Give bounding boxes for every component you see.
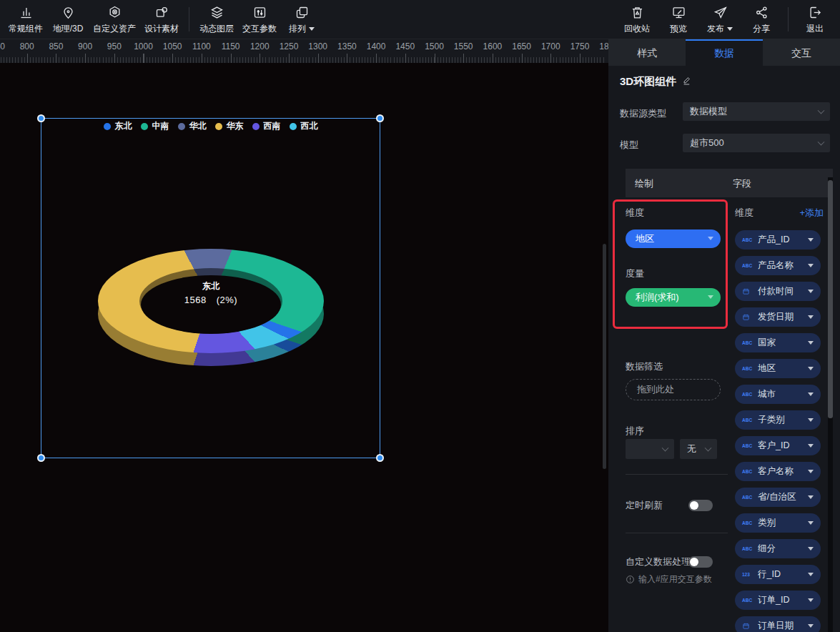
ruler-tick-label: 1250 bbox=[280, 41, 299, 51]
field-pill[interactable]: ABC产品名称 bbox=[735, 256, 821, 275]
design-canvas[interactable]: 东北中南华北华东西南西北 东北 1568 (2%) bbox=[0, 63, 608, 632]
toolbar-button-map-pin[interactable]: 地理/3D bbox=[47, 0, 89, 39]
datasource-type-select[interactable]: 数据模型 bbox=[683, 102, 830, 121]
legend-item[interactable]: 东北 bbox=[104, 120, 132, 132]
ruler-tick-label: 800 bbox=[20, 41, 34, 51]
column-header-bar: 绘制 字段 bbox=[626, 169, 833, 197]
share-icon bbox=[754, 4, 769, 21]
field-pill[interactable]: 123行_ID bbox=[735, 565, 821, 584]
field-name: 订单_ID bbox=[758, 594, 808, 606]
field-name: 地区 bbox=[758, 362, 808, 375]
toolbar-button-exit[interactable]: 退出 bbox=[794, 0, 836, 39]
custom-data-toggle[interactable] bbox=[688, 556, 713, 568]
calendar-icon bbox=[742, 287, 756, 295]
ruler-tick-label: 1650 bbox=[512, 41, 531, 51]
tab-draw[interactable]: 绘制 bbox=[635, 177, 653, 190]
legend-item[interactable]: 华东 bbox=[215, 120, 244, 132]
legend-label: 西北 bbox=[301, 120, 318, 132]
chevron-down-icon bbox=[808, 495, 814, 499]
field-pill[interactable]: ABC类别 bbox=[735, 513, 821, 533]
field-name: 城市 bbox=[758, 388, 808, 400]
sort-label: 排序 bbox=[626, 425, 644, 438]
tab-fields[interactable]: 字段 bbox=[733, 177, 751, 190]
model-label: 模型 bbox=[620, 139, 638, 152]
ruler-tick-label: 900 bbox=[78, 41, 92, 51]
toolbar-button-label: 自定义资产 bbox=[93, 23, 136, 35]
ruler-tick-label: 1100 bbox=[192, 41, 211, 51]
app-window: 常规组件地理/3D自定义资产设计素材动态图层交互参数排列 回收站预览发布分享退出… bbox=[0, 0, 840, 632]
legend-dot bbox=[178, 123, 185, 130]
field-pill[interactable]: 订单日期 bbox=[735, 616, 821, 632]
legend-item[interactable]: 西南 bbox=[252, 120, 281, 132]
settings-panel: 样式数据交互 3D环图组件 数据源类型 数据模型 模型 超市500 绘制 字段 … bbox=[608, 39, 840, 632]
custom-data-hint-text: 输入#应用交互参数 bbox=[638, 573, 712, 586]
ruler-tick-label: 1350 bbox=[337, 41, 357, 51]
field-name: 客户名称 bbox=[758, 465, 808, 478]
text-type-icon: ABC bbox=[742, 237, 756, 242]
chevron-down-icon bbox=[808, 418, 814, 422]
sort-field-select[interactable] bbox=[626, 439, 674, 459]
field-pill[interactable]: ABC客户_ID bbox=[735, 436, 821, 455]
canvas-scrollbar[interactable] bbox=[603, 244, 606, 469]
component-title-text: 3D环图组件 bbox=[620, 75, 676, 89]
info-icon bbox=[626, 575, 635, 584]
field-pill[interactable]: ABC地区 bbox=[735, 359, 821, 378]
toolbar-button-label: 排列 bbox=[289, 23, 315, 35]
toolbar-button-trash[interactable]: 回收站 bbox=[616, 0, 658, 39]
measure-pill[interactable]: 利润(求和) bbox=[626, 288, 721, 307]
resize-handle-bottom-left[interactable] bbox=[37, 454, 45, 462]
bar-chart-icon bbox=[19, 4, 34, 21]
donut-chart[interactable]: 东北 1568 (2%) bbox=[97, 243, 325, 380]
center-label-value: 1568 (2%) bbox=[98, 295, 324, 305]
toolbar-button-bar-chart[interactable]: 常规组件 bbox=[4, 0, 47, 39]
field-pill[interactable]: ABC子类别 bbox=[735, 410, 821, 430]
field-pill[interactable]: ABC细分 bbox=[735, 539, 821, 558]
dimension-pill[interactable]: 地区 bbox=[626, 229, 721, 248]
toolbar-button-sliders[interactable]: 交互参数 bbox=[238, 0, 281, 39]
edit-pencil-icon[interactable] bbox=[682, 76, 692, 88]
field-pill[interactable]: ABC订单_ID bbox=[735, 591, 821, 610]
chevron-down-icon bbox=[808, 238, 814, 242]
legend-item[interactable]: 中南 bbox=[141, 120, 169, 132]
legend-item[interactable]: 西北 bbox=[290, 120, 318, 132]
legend-label: 中南 bbox=[152, 120, 169, 132]
legend-item[interactable]: 华北 bbox=[178, 120, 207, 132]
field-name: 行_ID bbox=[758, 568, 808, 581]
ruler-tick-label: 1800 bbox=[599, 41, 608, 51]
toolbar-button-shapes[interactable]: 设计素材 bbox=[140, 0, 183, 39]
toolbar-button-arrange[interactable]: 排列 bbox=[281, 0, 322, 39]
toolbar-button-monitor[interactable]: 预览 bbox=[658, 0, 699, 39]
sort-order-select[interactable]: 无 bbox=[680, 439, 717, 459]
field-pill[interactable]: ABC城市 bbox=[735, 385, 821, 404]
auto-refresh-toggle[interactable] bbox=[688, 500, 713, 511]
field-pill[interactable]: 发货日期 bbox=[735, 307, 821, 327]
field-name: 产品名称 bbox=[758, 260, 808, 272]
panel-tab-交互[interactable]: 交互 bbox=[763, 39, 840, 66]
custom-data-hint: 输入#应用交互参数 bbox=[626, 573, 712, 586]
exit-icon bbox=[808, 4, 823, 21]
model-select[interactable]: 超市500 bbox=[683, 134, 830, 152]
panel-scrollbar-thumb[interactable] bbox=[828, 180, 833, 418]
legend-dot bbox=[252, 123, 260, 130]
panel-tab-样式[interactable]: 样式 bbox=[608, 39, 686, 66]
field-pill[interactable]: ABC国家 bbox=[735, 333, 821, 352]
field-pill[interactable]: 付款时间 bbox=[735, 282, 821, 301]
toolbar-button-layers[interactable]: 动态图层 bbox=[195, 0, 238, 39]
legend-label: 华北 bbox=[189, 120, 207, 132]
shapes-icon bbox=[154, 4, 169, 21]
resize-handle-bottom-right[interactable] bbox=[376, 454, 384, 462]
filter-dropzone[interactable]: 拖到此处 bbox=[626, 379, 721, 400]
text-type-icon: ABC bbox=[742, 598, 756, 603]
panel-tab-数据[interactable]: 数据 bbox=[686, 39, 763, 66]
field-pill[interactable]: ABC产品_ID bbox=[735, 230, 821, 250]
toolbar-button-label: 交互参数 bbox=[242, 23, 277, 35]
toolbar-button-paper-plane[interactable]: 发布 bbox=[699, 0, 741, 39]
toolbar-button-share[interactable]: 分享 bbox=[741, 0, 782, 39]
add-field-button[interactable]: +添加 bbox=[799, 207, 824, 219]
field-pill[interactable]: ABC客户名称 bbox=[735, 462, 821, 481]
chevron-down-icon bbox=[808, 573, 814, 576]
donut-center-label: 东北 1568 (2%) bbox=[98, 280, 324, 305]
field-name: 子类别 bbox=[758, 414, 808, 426]
toolbar-button-hexagon-asset[interactable]: 自定义资产 bbox=[89, 0, 140, 39]
field-pill[interactable]: ABC省/自治区 bbox=[735, 488, 821, 507]
